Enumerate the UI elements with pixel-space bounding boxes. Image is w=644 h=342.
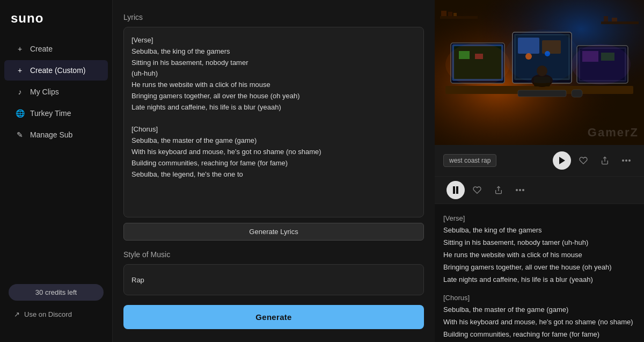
style-input[interactable]: [123, 264, 424, 295]
song-controls-top: west coast rap: [435, 145, 644, 177]
svg-point-42: [628, 159, 631, 162]
like-button-top[interactable]: [574, 151, 592, 170]
app-logo: suno: [0, 11, 112, 39]
verse-line-2: Sitting in his basement, nobody tamer (u…: [443, 237, 635, 249]
svg-rect-36: [604, 16, 608, 21]
pause-button[interactable]: [447, 181, 465, 199]
svg-rect-32: [441, 11, 447, 16]
main-editor: Lyrics Generate Lyrics Style of Music Ge…: [113, 0, 435, 342]
plus-icon: +: [15, 44, 25, 54]
chorus-line-2: With his keyboard and mouse, he's got no…: [443, 316, 635, 328]
svg-rect-25: [518, 90, 566, 97]
verse-tag: [Verse]: [443, 214, 465, 222]
svg-point-48: [522, 189, 524, 191]
chorus-tag: [Chorus]: [443, 294, 470, 302]
sidebar-item-label: Create (Custom): [30, 66, 85, 75]
svg-point-47: [519, 189, 521, 191]
svg-rect-44: [456, 186, 458, 194]
music-icon: ♪: [15, 87, 25, 97]
credits-badge: 30 credits left: [9, 284, 104, 301]
svg-point-46: [516, 189, 518, 191]
share-button-top[interactable]: [596, 151, 614, 170]
svg-point-29: [504, 30, 580, 83]
sidebar-item-turkey-time[interactable]: 🌐 Turkey Time: [4, 103, 108, 123]
lyrics-gap: [443, 287, 635, 292]
verse-line-5: Late nights and caffeine, his life is a …: [443, 274, 635, 286]
genre-badge: west coast rap: [443, 154, 496, 167]
sidebar-item-label: Manage Sub: [30, 130, 72, 139]
generate-lyrics-button[interactable]: Generate Lyrics: [123, 223, 424, 241]
svg-marker-38: [559, 157, 565, 164]
globe-icon: 🌐: [15, 108, 25, 118]
verse-line-4: Bringing gamers together, all over the h…: [443, 261, 635, 273]
chorus-line-3: Building communities, reaching for fame …: [443, 329, 635, 340]
generate-button[interactable]: Generate: [123, 305, 424, 329]
svg-point-28: [445, 43, 510, 86]
sidebar-item-create[interactable]: + Create: [4, 39, 108, 59]
svg-rect-31: [440, 16, 478, 19]
sidebar-item-create-custom[interactable]: + Create (Custom): [4, 60, 108, 81]
svg-point-41: [625, 159, 627, 162]
lyrics-textarea[interactable]: [123, 27, 424, 217]
svg-rect-35: [601, 21, 639, 24]
song-image: GamerZ: [435, 0, 644, 145]
more-button-top[interactable]: [617, 151, 635, 170]
sidebar-item-my-clips[interactable]: ♪ My Clips: [4, 82, 108, 102]
sidebar-item-label: Turkey Time: [30, 109, 71, 118]
svg-rect-26: [572, 90, 582, 97]
svg-rect-37: [612, 18, 617, 21]
chorus-line-1: Sebulba, the master of the game (game): [443, 304, 635, 316]
lyrics-display: [Verse] Sebulba, the king of the gamers …: [435, 204, 644, 342]
sidebar-item-manage-sub[interactable]: ✎ Manage Sub: [4, 125, 108, 145]
share-button-bottom[interactable]: [489, 181, 508, 199]
sidebar-item-label: Create: [30, 45, 53, 53]
discord-label: Use on Discord: [24, 310, 72, 318]
scene-svg: [435, 0, 644, 145]
sidebar-nav: + Create + Create (Custom) ♪ My Clips 🌐 …: [0, 39, 112, 275]
verse-line-1: Sebulba, the king of the gamers: [443, 224, 635, 236]
right-panel: GamerZ west coast rap [Ver: [435, 0, 644, 342]
edit-icon: ✎: [15, 130, 25, 140]
sidebar-bottom: 30 credits left ↗ Use on Discord: [0, 275, 112, 331]
more-button-bottom[interactable]: [511, 181, 529, 199]
svg-rect-43: [453, 186, 455, 194]
watermark: GamerZ: [588, 126, 639, 140]
like-button-bottom[interactable]: [468, 181, 486, 199]
svg-point-40: [622, 159, 624, 162]
sidebar: suno + Create + Create (Custom) ♪ My Cli…: [0, 0, 113, 342]
discord-link[interactable]: ↗ Use on Discord: [9, 306, 104, 323]
svg-point-30: [572, 44, 631, 85]
external-link-icon: ↗: [14, 310, 20, 318]
lyrics-label: Lyrics: [123, 13, 424, 21]
svg-rect-33: [448, 12, 452, 16]
svg-rect-34: [453, 13, 457, 16]
song-controls-bottom: [435, 177, 644, 204]
plus-icon-custom: +: [15, 66, 25, 75]
verse-line-3: He runs the website with a click of his …: [443, 249, 635, 261]
sidebar-item-label: My Clips: [30, 88, 59, 96]
style-of-music-label: Style of Music: [123, 250, 424, 259]
play-button[interactable]: [553, 151, 571, 170]
